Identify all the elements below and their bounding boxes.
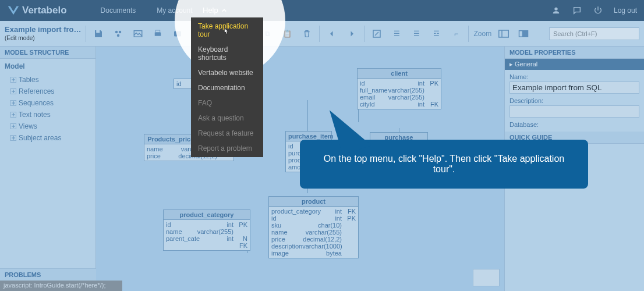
power-icon[interactable]	[593, 5, 603, 16]
tree-text-notes[interactable]: Text notes	[5, 109, 91, 120]
help-shortcuts[interactable]: Keyboard shortcuts	[191, 42, 263, 65]
edit-box-icon[interactable]	[369, 26, 384, 41]
help-dropdown: Take application tour Keyboard shortcuts…	[191, 17, 263, 157]
description-label: Description:	[509, 97, 639, 104]
svg-rect-6	[156, 30, 161, 33]
help-faq[interactable]: FAQ	[191, 95, 263, 111]
search-input[interactable]	[549, 27, 639, 40]
nav-documents[interactable]: Documents	[90, 6, 147, 15]
general-section[interactable]: ▸ General	[505, 59, 644, 70]
edit-mode-label: (Edit mode)	[5, 35, 35, 41]
svg-rect-9	[499, 30, 509, 37]
align-distribute-icon[interactable]: ☲	[429, 26, 444, 41]
tree-subject-areas[interactable]: Subject areas	[5, 132, 91, 144]
arrow-left-icon[interactable]	[324, 26, 339, 41]
problems-panel-head[interactable]: PROBLEMS	[0, 268, 96, 281]
status-bar: javascript: IntroGuide.start(/*here*/);	[0, 281, 122, 291]
nav-my-account[interactable]: My account	[146, 6, 203, 15]
model-tree: Model Tables References Sequences Text n…	[0, 59, 95, 147]
toolbar: Example import fro… (Edit mode) ✂ ⧉ 📋 ☰ …	[0, 21, 644, 47]
help-request[interactable]: Request a feature	[191, 126, 263, 141]
left-panel: MODEL STRUCTURE Model Tables References …	[0, 47, 96, 291]
user-icon[interactable]	[551, 5, 561, 16]
top-nav: Documents My account	[90, 6, 203, 15]
entity-client-body: idintPKfull_namevarchar(255)emailvarchar…	[358, 79, 441, 109]
logo-icon	[7, 4, 20, 17]
help-report[interactable]: Report a problem	[191, 141, 263, 156]
document-title-block: Example import fro… (Edit mode)	[5, 25, 81, 42]
model-structure-head: MODEL STRUCTURE	[0, 47, 95, 59]
tour-callout: On the top menu, click "Help". Then clic…	[300, 140, 588, 189]
svg-rect-12	[519, 31, 522, 36]
layout1-icon[interactable]	[496, 26, 511, 41]
description-input[interactable]	[509, 105, 639, 118]
help-menu-trigger[interactable]: Help	[203, 6, 227, 15]
chat-icon[interactable]	[572, 5, 582, 16]
model-properties-head: MODEL PROPERTIES	[505, 47, 644, 59]
layout2-icon[interactable]	[516, 26, 531, 41]
tree-sequences[interactable]: Sequences	[5, 97, 91, 109]
share-icon[interactable]	[111, 26, 126, 41]
top-right: Log out	[551, 5, 637, 16]
sql-icon[interactable]	[170, 26, 185, 41]
logout-link[interactable]: Log out	[614, 6, 637, 15]
cursor-icon	[221, 27, 231, 38]
align-center-icon[interactable]: ☰	[409, 26, 424, 41]
search-box	[549, 27, 639, 40]
tree-references[interactable]: References	[5, 86, 91, 97]
help-website[interactable]: Vertabelo website	[191, 65, 263, 80]
help-ask[interactable]: Ask a question	[191, 111, 263, 126]
svg-rect-5	[155, 32, 161, 36]
chevron-up-icon	[222, 8, 227, 13]
brand-logo: Vertabelo	[7, 4, 67, 17]
save-icon[interactable]	[91, 26, 106, 41]
name-label: Name:	[509, 73, 639, 80]
align-right-icon[interactable]: ⌐	[448, 26, 463, 41]
minimap[interactable]	[473, 269, 500, 286]
svg-point-3	[117, 34, 120, 37]
print-icon[interactable]	[150, 26, 165, 41]
entity-product[interactable]: product product_categoryintFKidintPKskuc…	[268, 196, 359, 258]
arrow-right-icon[interactable]	[344, 26, 359, 41]
align-left-icon[interactable]: ☰	[389, 26, 404, 41]
help-docs[interactable]: Documentation	[191, 80, 263, 95]
tree-root[interactable]: Model	[5, 62, 91, 70]
entity-product-body: product_categoryintFKidintPKskuchar(10)n…	[269, 207, 358, 258]
entity-product-category-body: idintPKnamevarchar(255)parent_cateintN F…	[164, 220, 250, 250]
svg-point-1	[115, 30, 118, 33]
svg-rect-7	[174, 31, 181, 36]
image-icon[interactable]	[130, 26, 146, 41]
entity-client[interactable]: client idintPKfull_namevarchar(255)email…	[357, 68, 441, 109]
top-bar: Vertabelo Documents My account Log out	[0, 0, 644, 21]
delete-icon[interactable]	[299, 26, 314, 41]
entity-product-category[interactable]: product_category idintPKnamevarchar(255)…	[163, 210, 250, 251]
paste-icon[interactable]: 📋	[279, 26, 295, 41]
name-input[interactable]	[509, 81, 639, 94]
document-title: Example import fro…	[5, 25, 81, 34]
tree-views[interactable]: Views	[5, 120, 91, 132]
svg-point-2	[119, 30, 122, 33]
svg-point-0	[554, 8, 557, 10]
zoom-label: Zoom	[473, 30, 491, 38]
tree-tables[interactable]: Tables	[5, 74, 91, 86]
database-label: Database:	[509, 121, 639, 128]
